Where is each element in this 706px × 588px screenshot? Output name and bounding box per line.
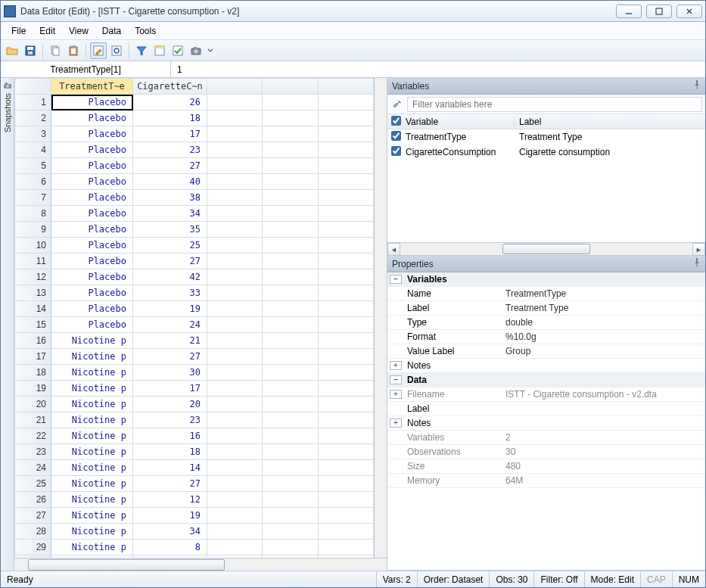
snapshots-rail[interactable]: Snapshots [1,78,14,571]
row-header[interactable]: 4 [15,142,51,158]
table-row[interactable]: 11Placebo27 [15,254,374,269]
cell[interactable] [318,126,373,142]
pin-icon[interactable] [693,80,701,92]
cell[interactable] [318,508,373,524]
cell[interactable] [207,365,263,381]
horizontal-scrollbar[interactable] [14,558,387,571]
cell[interactable] [318,142,373,158]
cell[interactable] [207,476,263,492]
cell[interactable] [207,269,263,285]
cell[interactable]: Nicotine p [51,381,133,397]
expand-icon[interactable]: + [390,390,402,399]
wrench-icon[interactable] [390,98,404,111]
cell[interactable] [207,95,263,110]
cell[interactable] [263,222,318,238]
close-button[interactable] [676,5,702,18]
property-row[interactable]: Variables2 [387,431,705,445]
cell[interactable]: 14 [133,460,207,476]
property-row[interactable]: Format%10.0g [387,330,705,344]
cell[interactable] [263,460,318,476]
cell[interactable]: Placebo [51,301,133,317]
scroll-thumb[interactable] [502,244,590,254]
vertical-scrollbar[interactable] [374,78,387,558]
cell[interactable]: 23 [133,412,207,428]
cell[interactable]: 19 [133,508,207,524]
cell[interactable] [207,301,263,317]
cell[interactable] [318,365,373,381]
cell[interactable] [207,444,263,460]
cell[interactable]: Placebo [51,238,133,254]
cell[interactable] [207,397,263,412]
cell[interactable]: 12 [133,492,207,508]
cell[interactable] [263,412,318,428]
cell[interactable]: Placebo [51,95,133,110]
column-header[interactable]: CigaretteC~n [133,79,207,95]
cell[interactable]: 34 [133,206,207,222]
cell[interactable] [263,238,318,254]
row-header[interactable]: 15 [15,317,51,333]
table-row[interactable]: 30Nicotine p36 [15,555,374,558]
snapshot-button[interactable] [188,42,204,59]
property-row[interactable]: Observations30 [387,445,705,459]
property-row[interactable]: LabelTreatment Type [387,301,705,316]
property-row[interactable]: +Notes [387,359,705,373]
row-header[interactable]: 8 [15,206,51,222]
cell[interactable] [263,381,318,397]
cell[interactable] [318,174,373,190]
cell[interactable] [263,476,318,492]
cell-value-field[interactable]: 1 [171,61,705,77]
cell[interactable] [263,206,318,222]
cell[interactable]: Nicotine p [51,508,133,524]
cell[interactable] [318,206,373,222]
select-all-variables[interactable] [391,116,401,126]
cell[interactable]: 19 [133,301,207,317]
row-header[interactable]: 21 [15,412,51,428]
data-grid[interactable]: TreatmentT~e CigaretteC~n 1Placebo262Pla… [14,78,374,558]
cell[interactable]: Placebo [51,110,133,126]
variables-horizontal-scrollbar[interactable]: ◄ ► [387,242,705,255]
row-header[interactable]: 23 [15,444,51,460]
minimize-button[interactable] [616,5,642,18]
cell[interactable] [318,555,373,558]
cell[interactable]: Nicotine p [51,412,133,428]
cell[interactable] [263,524,318,540]
table-row[interactable]: 26Nicotine p12 [15,492,374,508]
cell[interactable]: 30 [133,365,207,381]
variables-header-name[interactable]: Variable [404,117,515,127]
cell[interactable] [318,397,373,412]
variable-checkbox[interactable] [391,131,401,141]
variables-filter-input[interactable] [407,97,702,112]
cell[interactable]: 17 [133,126,207,142]
cell[interactable]: 26 [133,95,207,110]
table-row[interactable]: 15Placebo24 [15,317,374,333]
paste-button[interactable] [65,42,82,59]
row-header[interactable]: 19 [15,381,51,397]
cell[interactable]: Nicotine p [51,444,133,460]
cell[interactable] [263,158,318,174]
cell[interactable] [318,428,373,444]
property-section[interactable]: –Data [387,373,705,387]
cell[interactable] [318,158,373,174]
expand-icon[interactable]: – [390,275,402,284]
scroll-right-icon[interactable]: ► [692,243,705,256]
variable-checkbox[interactable] [391,146,401,156]
cell[interactable]: Nicotine p [51,524,133,540]
cell[interactable]: Placebo [51,142,133,158]
table-row[interactable]: 14Placebo19 [15,301,374,317]
table-row[interactable]: 1Placebo26 [15,95,374,110]
table-row[interactable]: 10Placebo25 [15,238,374,254]
cell[interactable]: 40 [133,174,207,190]
table-row[interactable]: 29Nicotine p8 [15,540,374,555]
cell[interactable] [318,110,373,126]
property-row[interactable]: Typedouble [387,316,705,330]
cell[interactable]: Placebo [51,206,133,222]
cell[interactable]: 27 [133,476,207,492]
column-header[interactable] [207,79,263,95]
cell[interactable] [207,222,263,238]
row-header[interactable]: 26 [15,492,51,508]
cell[interactable] [263,492,318,508]
cell[interactable]: Nicotine p [51,397,133,412]
cell[interactable] [207,126,263,142]
table-row[interactable]: 8Placebo34 [15,206,374,222]
table-row[interactable]: 3Placebo17 [15,126,374,142]
